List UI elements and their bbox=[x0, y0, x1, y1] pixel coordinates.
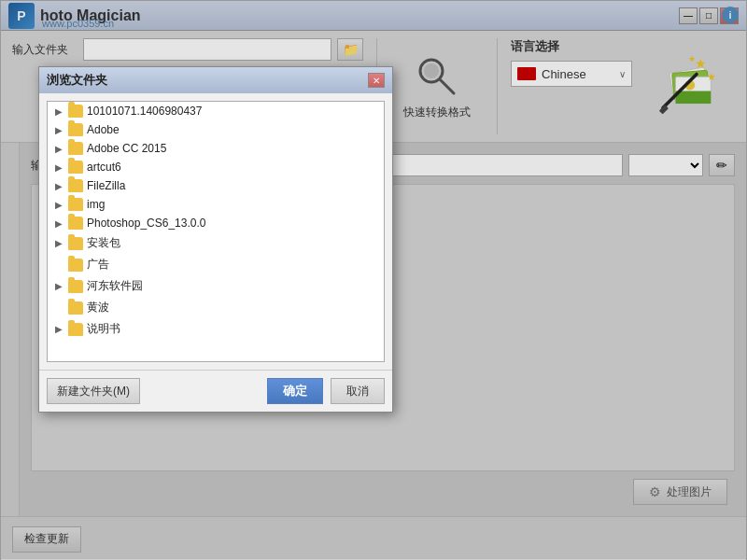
expand-icon[interactable]: ▶ bbox=[53, 238, 64, 249]
folder-icon bbox=[68, 161, 83, 174]
tree-item-label: Photoshop_CS6_13.0.0 bbox=[87, 217, 205, 230]
tree-item-label: FileZilla bbox=[87, 179, 125, 192]
tree-item[interactable]: ▶artcut6 bbox=[48, 158, 384, 176]
expand-icon[interactable]: ▶ bbox=[53, 281, 64, 292]
folder-icon bbox=[68, 259, 83, 272]
app-window: P hoto Magician www.pc0359.cn — □ ✕ i 输入… bbox=[0, 0, 747, 560]
tree-item-label: 广告 bbox=[87, 257, 109, 273]
tree-item[interactable]: ▶img bbox=[48, 195, 384, 214]
tree-item[interactable]: 黄波 bbox=[48, 297, 384, 318]
tree-item[interactable]: ▶Photoshop_CS6_13.0.0 bbox=[48, 214, 384, 232]
folder-icon bbox=[68, 105, 83, 118]
browse-folder-dialog: 浏览文件夹 ✕ ▶10101071.1406980437▶Adobe▶Adobe… bbox=[38, 66, 393, 413]
dialog-close-button[interactable]: ✕ bbox=[368, 73, 385, 88]
tree-item[interactable]: ▶安装包 bbox=[48, 232, 384, 254]
tree-item-label: 黄波 bbox=[87, 300, 109, 315]
folder-icon bbox=[68, 237, 83, 250]
dialog-footer: 新建文件夹(M) 确定 取消 bbox=[39, 370, 392, 412]
folder-icon bbox=[68, 323, 83, 336]
confirm-button[interactable]: 确定 bbox=[267, 378, 323, 404]
tree-item[interactable]: ▶FileZilla bbox=[48, 176, 384, 195]
expand-icon[interactable]: ▶ bbox=[53, 199, 64, 210]
cancel-button[interactable]: 取消 bbox=[331, 378, 385, 404]
tree-item-label: Adobe bbox=[87, 123, 120, 136]
expand-icon[interactable]: ▶ bbox=[53, 324, 64, 335]
tree-item[interactable]: ▶10101071.1406980437 bbox=[48, 102, 384, 120]
expand-icon[interactable]: ▶ bbox=[53, 143, 64, 154]
expand-icon[interactable] bbox=[53, 259, 64, 271]
expand-icon[interactable]: ▶ bbox=[53, 180, 64, 191]
dialog-title: 浏览文件夹 bbox=[47, 72, 107, 89]
dialog-title-bar: 浏览文件夹 ✕ bbox=[39, 67, 392, 93]
expand-icon[interactable]: ▶ bbox=[53, 124, 64, 135]
folder-icon bbox=[68, 280, 83, 293]
new-folder-button[interactable]: 新建文件夹(M) bbox=[47, 378, 140, 404]
dialog-overlay: 浏览文件夹 ✕ ▶10101071.1406980437▶Adobe▶Adobe… bbox=[1, 1, 746, 559]
tree-item-label: 10101071.1406980437 bbox=[87, 105, 202, 118]
folder-icon bbox=[68, 198, 83, 211]
tree-item-label: 安装包 bbox=[87, 235, 120, 251]
tree-item-label: 说明书 bbox=[87, 321, 120, 337]
folder-icon bbox=[68, 123, 83, 136]
tree-item-label: img bbox=[87, 198, 105, 211]
tree-item-label: 河东软件园 bbox=[87, 278, 143, 294]
tree-item-label: Adobe CC 2015 bbox=[87, 142, 166, 155]
tree-item[interactable]: ▶河东软件园 bbox=[48, 275, 384, 297]
expand-icon[interactable]: ▶ bbox=[53, 161, 64, 173]
expand-icon[interactable]: ▶ bbox=[53, 105, 64, 117]
tree-item[interactable]: 广告 bbox=[48, 254, 384, 275]
folder-icon bbox=[68, 301, 83, 315]
expand-icon[interactable]: ▶ bbox=[53, 217, 64, 229]
folder-icon bbox=[68, 179, 83, 192]
tree-item[interactable]: ▶Adobe bbox=[48, 120, 384, 139]
expand-icon[interactable] bbox=[53, 302, 64, 314]
folder-icon bbox=[68, 217, 83, 230]
dialog-body: ▶10101071.1406980437▶Adobe▶Adobe CC 2015… bbox=[39, 93, 392, 370]
tree-item-label: artcut6 bbox=[87, 161, 121, 174]
tree-item[interactable]: ▶Adobe CC 2015 bbox=[48, 139, 384, 158]
folder-tree[interactable]: ▶10101071.1406980437▶Adobe▶Adobe CC 2015… bbox=[47, 101, 385, 362]
folder-icon bbox=[68, 142, 83, 155]
tree-item[interactable]: ▶说明书 bbox=[48, 318, 384, 340]
